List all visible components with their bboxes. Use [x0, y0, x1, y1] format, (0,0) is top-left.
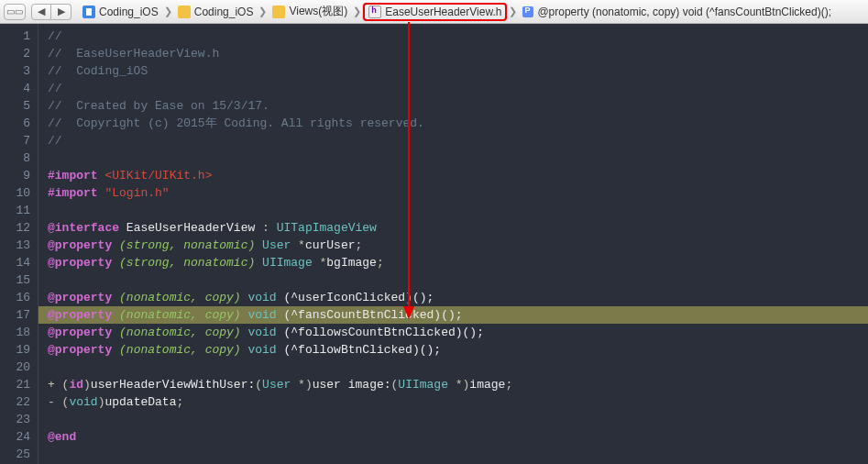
line-number: 19 [0, 341, 30, 359]
code-line[interactable] [48, 446, 868, 463]
line-number: 12 [0, 219, 30, 237]
hfile-icon [368, 6, 381, 18]
code-line[interactable]: // [48, 28, 868, 45]
code-line[interactable]: // [48, 80, 868, 97]
line-number: 25 [0, 446, 30, 463]
code-line[interactable]: @property (nonatomic, copy) void (^fansC… [38, 306, 868, 324]
code-line[interactable] [48, 149, 868, 167]
line-number: 23 [0, 411, 30, 428]
nav-history: ◀ ▶ [31, 4, 71, 20]
line-number: 24 [0, 428, 30, 446]
chevron-right-icon: ❯ [257, 6, 269, 17]
code-line[interactable] [48, 202, 868, 219]
code-line[interactable]: @property (nonatomic, copy) void (^follo… [48, 341, 868, 359]
def-icon [522, 6, 533, 17]
breadcrumb-item[interactable]: Coding_iOS [174, 3, 258, 21]
breadcrumb-label: Views(视图) [289, 4, 347, 19]
folder-icon [178, 6, 191, 18]
code-line[interactable]: @end [48, 428, 868, 446]
code-line[interactable]: // Copyright (c) 2015年 Coding. All right… [48, 115, 868, 132]
line-number: 3 [0, 62, 30, 80]
line-number: 5 [0, 97, 30, 115]
breadcrumbs: Coding_iOS❯Coding_iOS❯Views(视图)❯EaseUser… [79, 3, 835, 21]
code-line[interactable]: // EaseUserHeaderView.h [48, 45, 868, 62]
breadcrumb-item[interactable]: Views(视图) [269, 3, 351, 21]
code-line[interactable]: @property (strong, nonatomic) User *curU… [48, 237, 868, 254]
code-line[interactable] [48, 359, 868, 376]
line-number: 18 [0, 324, 30, 341]
code-line[interactable]: #import <UIKit/UIKit.h> [48, 167, 868, 184]
line-number: 16 [0, 289, 30, 306]
line-number: 13 [0, 237, 30, 254]
editor: 1234567891011121314151617181920212223242… [0, 24, 868, 464]
line-number: 11 [0, 202, 30, 219]
code-line[interactable] [48, 271, 868, 289]
line-number: 9 [0, 167, 30, 184]
code-line[interactable]: @property (nonatomic, copy) void (^follo… [48, 324, 868, 341]
code-line[interactable]: @interface EaseUserHeaderView : UITapIma… [48, 219, 868, 237]
folder-icon [272, 6, 285, 18]
code-line[interactable]: #import "Login.h" [48, 184, 868, 202]
line-number: 8 [0, 149, 30, 167]
line-number: 7 [0, 132, 30, 149]
breadcrumb-label: EaseUserHeaderView.h [385, 6, 501, 18]
back-button[interactable]: ◀ [31, 4, 51, 20]
line-number: 20 [0, 359, 30, 376]
code-line[interactable]: - (void)updateData; [48, 393, 868, 411]
breadcrumb-label: Coding_iOS [99, 6, 159, 18]
line-number: 22 [0, 393, 30, 411]
code-line[interactable] [48, 411, 868, 428]
line-number: 4 [0, 80, 30, 97]
jump-bar: ▭▭ ◀ ▶ Coding_iOS❯Coding_iOS❯Views(视图)❯E… [0, 0, 868, 24]
chevron-right-icon: ❯ [351, 6, 363, 17]
line-number: 6 [0, 115, 30, 132]
line-number: 10 [0, 184, 30, 202]
code-line[interactable]: // [48, 132, 868, 149]
line-number: 1 [0, 28, 30, 45]
code-line[interactable]: @property (nonatomic, copy) void (^userI… [48, 289, 868, 306]
breadcrumb-item[interactable]: @property (nonatomic, copy) void (^fansC… [519, 3, 835, 21]
line-number: 2 [0, 45, 30, 62]
code-line[interactable]: + (id)userHeaderViewWithUser:(User *)use… [48, 376, 868, 393]
line-number-gutter: 1234567891011121314151617181920212223242… [0, 24, 38, 464]
forward-button[interactable]: ▶ [51, 4, 71, 20]
breadcrumb-label: Coding_iOS [194, 6, 254, 18]
proj-icon [82, 6, 95, 18]
breadcrumb-item[interactable]: Coding_iOS [79, 3, 162, 21]
breadcrumb-label: @property (nonatomic, copy) void (^fansC… [537, 6, 831, 18]
chevron-right-icon: ❯ [507, 6, 519, 17]
code-line[interactable]: @property (strong, nonatomic) UIImage *b… [48, 254, 868, 271]
code-line[interactable]: // Created by Ease on 15/3/17. [48, 97, 868, 115]
code-area[interactable]: //// EaseUserHeaderView.h// Coding_iOS//… [38, 24, 868, 464]
line-number: 17 [0, 306, 30, 324]
related-items-button[interactable]: ▭▭ [4, 4, 26, 20]
line-number: 14 [0, 254, 30, 271]
line-number: 21 [0, 376, 30, 393]
code-line[interactable]: // Coding_iOS [48, 62, 868, 80]
line-number: 15 [0, 271, 30, 289]
breadcrumb-item[interactable]: EaseUserHeaderView.h [363, 3, 507, 21]
chevron-right-icon: ❯ [162, 6, 174, 17]
